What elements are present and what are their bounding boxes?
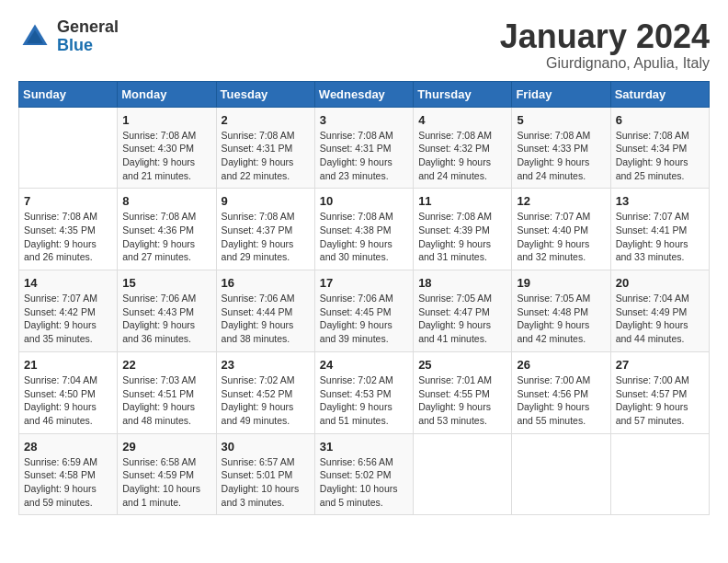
- day-detail: Sunrise: 7:07 AM Sunset: 4:41 PM Dayligh…: [616, 210, 704, 264]
- day-number: 12: [517, 194, 605, 208]
- day-detail: Sunrise: 7:08 AM Sunset: 4:37 PM Dayligh…: [222, 210, 310, 264]
- calendar-cell: 14Sunrise: 7:07 AM Sunset: 4:42 PM Dayli…: [19, 270, 118, 352]
- calendar-cell: 19Sunrise: 7:05 AM Sunset: 4:48 PM Dayli…: [512, 270, 610, 352]
- logo-text: General Blue: [57, 18, 119, 55]
- day-number: 13: [616, 194, 704, 208]
- day-number: 27: [616, 358, 704, 372]
- day-number: 31: [320, 440, 408, 454]
- day-detail: Sunrise: 7:02 AM Sunset: 4:53 PM Dayligh…: [320, 373, 408, 428]
- header-day-wednesday: Wednesday: [314, 81, 413, 107]
- calendar-cell: 6Sunrise: 7:08 AM Sunset: 4:34 PM Daylig…: [610, 107, 709, 189]
- day-detail: Sunrise: 7:00 AM Sunset: 4:56 PM Dayligh…: [517, 373, 605, 428]
- day-detail: Sunrise: 7:06 AM Sunset: 4:43 PM Dayligh…: [122, 292, 210, 346]
- week-row-4: 21Sunrise: 7:04 AM Sunset: 4:50 PM Dayli…: [19, 351, 710, 433]
- day-detail: Sunrise: 7:05 AM Sunset: 4:48 PM Dayligh…: [517, 292, 605, 346]
- day-number: 11: [418, 194, 506, 208]
- header-day-thursday: Thursday: [414, 81, 512, 107]
- header-day-friday: Friday: [512, 81, 610, 107]
- calendar-cell: 21Sunrise: 7:04 AM Sunset: 4:50 PM Dayli…: [19, 351, 118, 433]
- calendar-cell: 10Sunrise: 7:08 AM Sunset: 4:38 PM Dayli…: [314, 189, 413, 270]
- calendar-cell: 4Sunrise: 7:08 AM Sunset: 4:32 PM Daylig…: [414, 107, 512, 189]
- calendar-cell: 8Sunrise: 7:08 AM Sunset: 4:36 PM Daylig…: [118, 189, 216, 270]
- day-detail: Sunrise: 6:58 AM Sunset: 4:59 PM Dayligh…: [122, 455, 210, 510]
- day-number: 3: [320, 113, 408, 127]
- week-row-3: 14Sunrise: 7:07 AM Sunset: 4:42 PM Dayli…: [19, 270, 710, 352]
- day-detail: Sunrise: 7:08 AM Sunset: 4:34 PM Dayligh…: [616, 129, 704, 183]
- day-detail: Sunrise: 7:00 AM Sunset: 4:57 PM Dayligh…: [616, 373, 704, 428]
- day-number: 25: [418, 358, 506, 372]
- logo-blue-text: Blue: [57, 37, 119, 55]
- calendar-cell: 16Sunrise: 7:06 AM Sunset: 4:44 PM Dayli…: [216, 270, 314, 352]
- day-number: 6: [616, 113, 704, 127]
- day-number: 2: [222, 113, 310, 127]
- calendar-cell: 11Sunrise: 7:08 AM Sunset: 4:39 PM Dayli…: [414, 189, 512, 270]
- day-number: 22: [122, 358, 210, 372]
- logo-general-text: General: [57, 18, 119, 37]
- calendar-body: 1Sunrise: 7:08 AM Sunset: 4:30 PM Daylig…: [19, 107, 710, 515]
- header-row: SundayMondayTuesdayWednesdayThursdayFrid…: [19, 81, 710, 107]
- day-number: 23: [222, 358, 310, 372]
- day-detail: Sunrise: 7:06 AM Sunset: 4:44 PM Dayligh…: [222, 292, 310, 346]
- day-detail: Sunrise: 7:08 AM Sunset: 4:30 PM Dayligh…: [122, 129, 210, 183]
- day-number: 9: [222, 194, 310, 208]
- calendar-cell: 18Sunrise: 7:05 AM Sunset: 4:47 PM Dayli…: [414, 270, 512, 352]
- calendar-cell: 12Sunrise: 7:07 AM Sunset: 4:40 PM Dayli…: [512, 189, 610, 270]
- day-detail: Sunrise: 7:08 AM Sunset: 4:33 PM Dayligh…: [517, 129, 605, 183]
- calendar-header: SundayMondayTuesdayWednesdayThursdayFrid…: [19, 81, 710, 107]
- calendar-cell: [610, 433, 709, 515]
- calendar-cell: 25Sunrise: 7:01 AM Sunset: 4:55 PM Dayli…: [414, 351, 512, 433]
- calendar-cell: 22Sunrise: 7:03 AM Sunset: 4:51 PM Dayli…: [118, 351, 216, 433]
- header-day-saturday: Saturday: [610, 81, 709, 107]
- calendar-cell: 26Sunrise: 7:00 AM Sunset: 4:56 PM Dayli…: [512, 351, 610, 433]
- day-detail: Sunrise: 7:03 AM Sunset: 4:51 PM Dayligh…: [122, 373, 210, 428]
- day-number: 21: [24, 358, 112, 372]
- day-detail: Sunrise: 7:08 AM Sunset: 4:38 PM Dayligh…: [320, 210, 408, 264]
- day-number: 4: [418, 113, 506, 127]
- calendar-cell: 13Sunrise: 7:07 AM Sunset: 4:41 PM Dayli…: [610, 189, 709, 270]
- calendar-cell: 2Sunrise: 7:08 AM Sunset: 4:31 PM Daylig…: [216, 107, 314, 189]
- week-row-2: 7Sunrise: 7:08 AM Sunset: 4:35 PM Daylig…: [19, 189, 710, 270]
- week-row-5: 28Sunrise: 6:59 AM Sunset: 4:58 PM Dayli…: [19, 433, 710, 515]
- day-number: 8: [122, 194, 210, 208]
- day-detail: Sunrise: 7:04 AM Sunset: 4:50 PM Dayligh…: [24, 373, 112, 428]
- day-number: 7: [24, 194, 112, 208]
- day-number: 24: [320, 358, 408, 372]
- calendar-cell: 30Sunrise: 6:57 AM Sunset: 5:01 PM Dayli…: [216, 433, 314, 515]
- calendar-cell: 31Sunrise: 6:56 AM Sunset: 5:02 PM Dayli…: [314, 433, 413, 515]
- day-detail: Sunrise: 7:08 AM Sunset: 4:39 PM Dayligh…: [418, 210, 506, 264]
- day-detail: Sunrise: 7:08 AM Sunset: 4:35 PM Dayligh…: [24, 210, 112, 264]
- day-detail: Sunrise: 6:57 AM Sunset: 5:01 PM Dayligh…: [222, 455, 310, 510]
- day-detail: Sunrise: 7:02 AM Sunset: 4:52 PM Dayligh…: [222, 373, 310, 428]
- day-number: 5: [517, 113, 605, 127]
- title-block: January 2024 Giurdignano, Apulia, Italy: [500, 18, 710, 72]
- calendar-cell: 7Sunrise: 7:08 AM Sunset: 4:35 PM Daylig…: [19, 189, 118, 270]
- day-number: 10: [320, 194, 408, 208]
- calendar-cell: 17Sunrise: 7:06 AM Sunset: 4:45 PM Dayli…: [314, 270, 413, 352]
- day-number: 16: [222, 276, 310, 290]
- day-detail: Sunrise: 7:07 AM Sunset: 4:42 PM Dayligh…: [24, 292, 112, 346]
- calendar-cell: [19, 107, 118, 189]
- day-detail: Sunrise: 7:08 AM Sunset: 4:36 PM Dayligh…: [122, 210, 210, 264]
- day-number: 1: [122, 113, 210, 127]
- logo-icon: [18, 20, 51, 53]
- calendar-cell: 28Sunrise: 6:59 AM Sunset: 4:58 PM Dayli…: [19, 433, 118, 515]
- calendar-subtitle: Giurdignano, Apulia, Italy: [500, 55, 710, 72]
- day-number: 14: [24, 276, 112, 290]
- calendar-cell: [414, 433, 512, 515]
- calendar-cell: [512, 433, 610, 515]
- header-day-sunday: Sunday: [19, 81, 118, 107]
- week-row-1: 1Sunrise: 7:08 AM Sunset: 4:30 PM Daylig…: [19, 107, 710, 189]
- header-day-tuesday: Tuesday: [216, 81, 314, 107]
- day-detail: Sunrise: 7:04 AM Sunset: 4:49 PM Dayligh…: [616, 292, 704, 346]
- day-number: 19: [517, 276, 605, 290]
- calendar-cell: 29Sunrise: 6:58 AM Sunset: 4:59 PM Dayli…: [118, 433, 216, 515]
- calendar-cell: 23Sunrise: 7:02 AM Sunset: 4:52 PM Dayli…: [216, 351, 314, 433]
- calendar-cell: 20Sunrise: 7:04 AM Sunset: 4:49 PM Dayli…: [610, 270, 709, 352]
- calendar-title: January 2024: [500, 18, 710, 55]
- day-number: 15: [122, 276, 210, 290]
- calendar-cell: 5Sunrise: 7:08 AM Sunset: 4:33 PM Daylig…: [512, 107, 610, 189]
- day-detail: Sunrise: 7:07 AM Sunset: 4:40 PM Dayligh…: [517, 210, 605, 264]
- day-detail: Sunrise: 7:05 AM Sunset: 4:47 PM Dayligh…: [418, 292, 506, 346]
- calendar-table: SundayMondayTuesdayWednesdayThursdayFrid…: [18, 81, 710, 516]
- day-number: 28: [24, 440, 112, 454]
